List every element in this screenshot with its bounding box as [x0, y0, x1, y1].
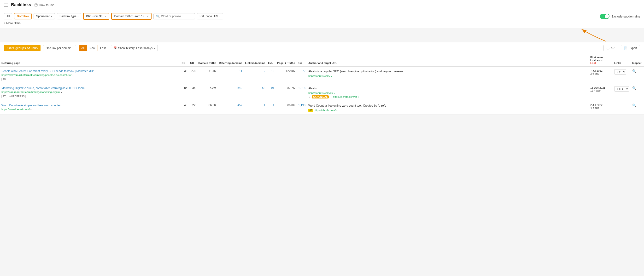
th-inspect: Inspect [631, 54, 644, 67]
cell-anchor: Word Count, a free online word count too… [307, 101, 589, 114]
word-phrase-search[interactable]: 🔍 [154, 13, 195, 19]
cell-page-traffic: 87.7K [276, 84, 296, 101]
cell-referring-page: People Also Search For: What every SEO n… [0, 67, 180, 84]
last-seen-date: 12 h ago [590, 89, 612, 92]
filter-dofollow-btn[interactable]: Dofollow [14, 13, 32, 19]
backlink-type-chevron: ▾ [78, 15, 79, 17]
filter-backlink-type-btn[interactable]: Backlink type ▾ [57, 13, 81, 19]
more-filters-btn[interactable]: + More filters [4, 21, 20, 25]
cell-links: 148 ▾ [613, 84, 631, 101]
filter-dr-btn[interactable]: DR: From 30 ✕ [83, 13, 110, 20]
table-row: Marketing Digital: o que é, como fazer, … [0, 84, 644, 101]
cell-inspect: 🔍 [631, 84, 644, 101]
filter-domain-traffic-btn[interactable]: Domain traffic: From 1K ✕ [111, 13, 151, 20]
hamburger-menu[interactable] [4, 3, 8, 6]
cell-ur: 2.8 [189, 67, 197, 84]
arrow-annotation [0, 28, 644, 42]
tab-lost[interactable]: Lost [98, 45, 108, 51]
cell-linked-domains[interactable]: 9 [244, 67, 266, 84]
api-btn[interactable]: { } API [604, 45, 618, 51]
first-seen-date: 7 Jul 2022 [590, 69, 612, 72]
th-referring-page: Referring page [0, 54, 180, 67]
cell-inspect: 🔍 [631, 67, 644, 84]
th-anchor-target: Anchor and target URL [307, 54, 589, 67]
referring-page-link[interactable]: People Also Search For: What every SEO n… [2, 69, 94, 73]
cell-ext[interactable]: 1 [266, 101, 276, 114]
history-btn[interactable]: 📅 Show history: Last 30 days ▾ [111, 45, 158, 51]
cell-ext[interactable]: 12 [266, 67, 276, 84]
cell-page-traffic: 86.0K [276, 101, 296, 114]
inspect-icon[interactable]: 🔍 [632, 69, 636, 73]
word-phrase-input[interactable] [161, 15, 192, 18]
filter-all-btn[interactable]: All [4, 13, 12, 19]
cell-dates: 2 Jul 2022 4 h ago [589, 101, 613, 114]
ref-page-url-chevron: ▾ [220, 15, 220, 17]
exclude-subdomains-toggle[interactable] [600, 14, 610, 19]
cell-dr: 38 [180, 67, 189, 84]
exclude-subdomains-container: Exclude subdomains [600, 14, 640, 19]
referring-page-link[interactable]: Marketing Digital: o que é, como fazer, … [2, 86, 86, 90]
filters-row: All Dofollow Sponsored ▾ Backlink type ▾… [4, 13, 640, 20]
tab-new[interactable]: New [87, 45, 98, 51]
inspect-icon[interactable]: 🔍 [632, 86, 636, 90]
filter-ref-page-url-btn[interactable]: Ref. page URL ▾ [197, 13, 223, 19]
cell-kw[interactable]: 1,818 [296, 84, 307, 101]
cell-referring-domains[interactable]: 11 [218, 67, 244, 84]
filters-bar: All Dofollow Sponsored ▾ Backlink type ▾… [0, 10, 644, 28]
cell-dates: 7 Jul 2022 2 d ago [589, 67, 613, 84]
domain-traffic-filter-close[interactable]: ✕ [146, 15, 149, 18]
cell-referring-domains[interactable]: 457 [218, 101, 244, 114]
one-link-per-domain-btn[interactable]: One link per domain ▾ [43, 45, 76, 51]
page-title: Backlinks [11, 2, 31, 7]
sponsored-chevron: ▾ [51, 15, 52, 17]
cell-kw[interactable]: 72 [296, 67, 307, 84]
backlinks-table: Referring page DR UR Domain traffic Refe… [0, 54, 644, 114]
table-row: Word Count — A simple and free word coun… [0, 101, 644, 114]
th-dr: DR [180, 54, 189, 67]
cell-linked-domains[interactable]: 52 [244, 84, 266, 101]
th-ur: UR [189, 54, 197, 67]
cell-ext[interactable]: 91 [266, 84, 276, 101]
cell-page-traffic: 120.5K [276, 67, 296, 84]
th-linked-domains: Linked domains [244, 54, 266, 67]
dr-filter-close[interactable]: ✕ [104, 15, 106, 18]
header: Backlinks ? How to use [0, 0, 644, 10]
how-to-use-link[interactable]: ? How to use [34, 3, 54, 7]
cell-linked-domains[interactable]: 1 [244, 101, 266, 114]
api-icon: { } [606, 46, 610, 50]
cell-ur: 22 [189, 101, 197, 114]
toolbar: 8,871 groups of links One link per domai… [0, 42, 644, 54]
filter-sponsored-btn[interactable]: Sponsored ▾ [34, 13, 55, 19]
first-seen-date: 2 Jul 2022 [590, 103, 612, 106]
search-icon: 🔍 [156, 15, 160, 18]
arrow-svg [567, 28, 610, 42]
links-select[interactable]: 5 ▾ [614, 69, 626, 74]
last-seen-date: 2 d ago [590, 72, 612, 75]
th-referring-domains: Referring domains [218, 54, 244, 67]
toggle-knob [605, 14, 609, 18]
cell-kw[interactable]: 1,198 [296, 101, 307, 114]
first-seen-date: 13 Dec 2021 [590, 86, 612, 89]
cell-dates: 13 Dec 2021 12 h ago [589, 84, 613, 101]
cell-referring-page: Word Count — A simple and free word coun… [0, 101, 180, 114]
cell-anchor: Ahrefs ;https://ahrefs.com/pt/ ▾↳CANONIC… [307, 84, 589, 101]
help-icon: ? [34, 3, 38, 7]
cell-referring-page: Marketing Digital: o que é, como fazer, … [0, 84, 180, 101]
cell-links: 5 ▾ [613, 67, 631, 84]
th-kw: Kw. [296, 54, 307, 67]
links-select[interactable]: 148 ▾ [614, 86, 629, 91]
referring-page-link[interactable]: Word Count — A simple and free word coun… [2, 104, 61, 107]
inspect-icon[interactable]: 🔍 [632, 103, 636, 107]
th-first-seen: First seen Last seen Lost [589, 54, 613, 67]
tab-all[interactable]: All [79, 45, 87, 51]
cell-referring-domains[interactable]: 549 [218, 84, 244, 101]
table-header-row: Referring page DR UR Domain traffic Refe… [0, 54, 644, 67]
all-new-lost-tabs: All New Lost [79, 45, 108, 51]
th-links: Links [613, 54, 631, 67]
th-page-traffic[interactable]: Page ▼ traffic [276, 54, 296, 67]
th-ext: Ext. [266, 54, 276, 67]
export-btn[interactable]: 📄 Export [621, 45, 640, 51]
export-icon: 📄 [624, 46, 628, 50]
more-filters-row: + More filters [4, 21, 640, 25]
cell-dr: 85 [180, 84, 189, 101]
